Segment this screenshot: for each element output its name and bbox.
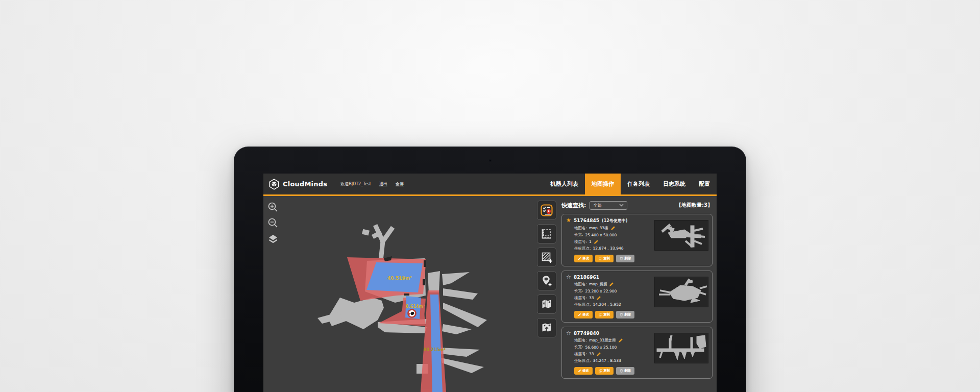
map-thumbnail[interactable] bbox=[654, 277, 708, 307]
pencil-icon bbox=[578, 369, 581, 373]
trash-icon bbox=[620, 369, 623, 373]
edit-pencil-icon[interactable] bbox=[610, 226, 616, 231]
modify-button[interactable]: 修改 bbox=[574, 367, 593, 375]
edit-pencil-icon[interactable] bbox=[594, 239, 599, 244]
copy-icon bbox=[599, 369, 602, 373]
session-info: 欢迎BJDT2_Test 退出 全屏 bbox=[340, 181, 404, 187]
zoom-in-icon[interactable] bbox=[267, 202, 279, 213]
map-upload-button[interactable] bbox=[537, 318, 556, 337]
fullscreen-link[interactable]: 全屏 bbox=[396, 181, 404, 187]
main-tabs: 机器人列表 地图操作 任务列表 日志系统 配置 bbox=[544, 174, 717, 194]
copy-icon bbox=[599, 257, 602, 260]
map-id: 51764845 bbox=[574, 218, 599, 223]
zoom-out-icon[interactable] bbox=[267, 217, 279, 229]
brand-logo[interactable]: CloudMinds bbox=[268, 179, 327, 190]
map-walls bbox=[317, 227, 487, 374]
map-name-value: map_腿腿 bbox=[589, 282, 607, 287]
brand-name: CloudMinds bbox=[283, 180, 327, 188]
map-delete-icon bbox=[541, 298, 553, 310]
dimensions-value: 23.200 x 22.900 bbox=[585, 289, 617, 293]
trash-icon bbox=[620, 313, 623, 316]
origin-value: 34.247，8.533 bbox=[593, 358, 621, 363]
map-edit-toolbar bbox=[537, 201, 556, 337]
map-thumbnail[interactable] bbox=[654, 333, 708, 363]
copy-button[interactable]: 复制 bbox=[595, 311, 614, 318]
dimensions-value: 25.400 x 50.000 bbox=[585, 233, 617, 237]
map-name-value: map_33楼 bbox=[589, 226, 608, 231]
floor-value: 33 bbox=[589, 352, 594, 356]
add-poi-icon bbox=[541, 275, 553, 287]
map-canvas[interactable]: 40.519m² 8.614m² 80.215m² bbox=[263, 198, 536, 392]
filter-select[interactable]: 全部 bbox=[590, 201, 627, 210]
favorite-star-icon[interactable]: ☆ bbox=[566, 330, 571, 336]
tab-config[interactable]: 配置 bbox=[692, 174, 717, 194]
edit-pencil-icon[interactable] bbox=[596, 352, 601, 357]
edit-pencil-icon[interactable] bbox=[618, 338, 623, 343]
measure-area-button[interactable] bbox=[537, 224, 556, 243]
map-card-list: ★ 51764845 (12号使用中) 地图名:map_33楼 长宽:25.40… bbox=[561, 214, 713, 379]
map-thumbnail[interactable] bbox=[654, 220, 708, 251]
add-virtual-wall-button[interactable] bbox=[537, 248, 556, 267]
app-screen: CloudMinds 欢迎BJDT2_Test 退出 全屏 机器人列表 地图操作… bbox=[263, 174, 717, 392]
pencil-icon bbox=[578, 313, 581, 316]
favorite-star-icon[interactable]: ☆ bbox=[566, 274, 571, 280]
map-card[interactable]: ★ 51764845 (12号使用中) 地图名:map_33楼 长宽:25.40… bbox=[561, 214, 713, 266]
logout-link[interactable]: 退出 bbox=[379, 181, 387, 187]
field-label: 地图名: bbox=[574, 282, 587, 287]
task-pin-list-button[interactable] bbox=[537, 201, 556, 220]
cloudminds-cube-icon bbox=[268, 179, 280, 190]
edit-pencil-icon[interactable] bbox=[596, 296, 601, 301]
measure-area-icon bbox=[541, 228, 553, 240]
layers-icon[interactable] bbox=[267, 233, 279, 244]
delete-button[interactable]: 删除 bbox=[616, 367, 634, 375]
map-card[interactable]: ☆ 87749840 地图名:map_33层走廊 长宽:56.600 x 25.… bbox=[561, 327, 713, 379]
tab-task-list[interactable]: 任务列表 bbox=[621, 174, 656, 194]
field-label: 地图名: bbox=[574, 226, 587, 231]
top-navbar: CloudMinds 欢迎BJDT2_Test 退出 全屏 机器人列表 地图操作… bbox=[263, 174, 717, 196]
field-label: 楼层号: bbox=[574, 352, 587, 357]
chevron-down-icon bbox=[619, 204, 624, 207]
modify-button[interactable]: 修改 bbox=[574, 311, 593, 318]
field-label: 长宽: bbox=[574, 232, 583, 237]
task-pin-list-icon bbox=[540, 204, 553, 217]
edit-pencil-icon[interactable] bbox=[609, 282, 614, 287]
map-card[interactable]: ☆ 82186961 地图名:map_腿腿 长宽:23.200 x 22.900… bbox=[561, 271, 713, 323]
modify-button[interactable]: 修改 bbox=[574, 255, 593, 262]
quick-search-label: 快速查找: bbox=[561, 202, 586, 209]
tab-log-system[interactable]: 日志系统 bbox=[656, 174, 692, 194]
favorite-star-icon[interactable]: ★ bbox=[566, 217, 571, 223]
tab-map-operation[interactable]: 地图操作 bbox=[585, 174, 621, 194]
area-label: 40.519m² bbox=[387, 276, 412, 281]
trash-icon bbox=[620, 257, 623, 260]
filter-selected-value: 全部 bbox=[593, 203, 601, 208]
copy-button[interactable]: 复制 bbox=[595, 255, 614, 262]
field-label: 坐标原点: bbox=[574, 358, 591, 363]
robot-marker[interactable] bbox=[408, 310, 416, 317]
map-usage-status: (12号使用中) bbox=[602, 218, 627, 224]
map-thumbnail-image bbox=[655, 220, 708, 250]
floor-value: 33 bbox=[589, 296, 594, 300]
origin-value: 14.204，5.952 bbox=[593, 302, 621, 307]
area-label: 8.614m² bbox=[406, 304, 425, 309]
copy-button[interactable]: 复制 bbox=[595, 367, 614, 375]
map-zoom-tools bbox=[267, 202, 279, 244]
map-list-panel: 快速查找: 全部 【地图数量:3】 ★ 51764845 (12号使用中) bbox=[561, 198, 713, 392]
origin-value: 12.874，33.946 bbox=[593, 246, 624, 251]
delete-button[interactable]: 删除 bbox=[616, 311, 634, 318]
tab-robot-list[interactable]: 机器人列表 bbox=[544, 174, 585, 194]
floor-value: 1 bbox=[589, 239, 592, 244]
map-id: 87749840 bbox=[574, 331, 599, 336]
map-thumbnail-image bbox=[655, 277, 708, 307]
map-count-text: 【地图数量:3】 bbox=[676, 202, 713, 209]
map-delete-button[interactable] bbox=[537, 295, 556, 314]
field-label: 地图名: bbox=[574, 338, 587, 343]
field-label: 坐标原点: bbox=[574, 246, 591, 251]
field-label: 坐标原点: bbox=[574, 302, 591, 307]
map-id: 82186961 bbox=[574, 275, 599, 280]
delete-button[interactable]: 删除 bbox=[616, 255, 634, 262]
map-thumbnail-image bbox=[655, 333, 708, 363]
add-poi-button[interactable] bbox=[537, 271, 556, 290]
field-label: 楼层号: bbox=[574, 239, 587, 244]
dimensions-value: 56.600 x 25.100 bbox=[585, 345, 617, 350]
copy-icon bbox=[599, 313, 602, 316]
